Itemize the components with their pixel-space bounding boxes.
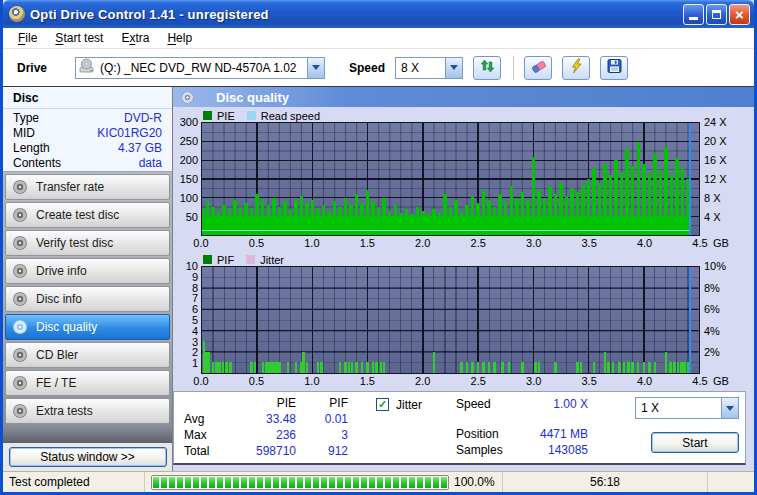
disc-info-label: Contents bbox=[13, 156, 61, 171]
sidebar-item-label: Disc quality bbox=[36, 320, 97, 334]
speed-select-arrow-icon[interactable] bbox=[445, 58, 462, 78]
speed-select[interactable]: 8 X bbox=[395, 57, 463, 79]
speed-label: Speed bbox=[349, 61, 385, 75]
sidebar-item-drive-info[interactable]: Drive info bbox=[5, 258, 170, 284]
quick-scan-button[interactable] bbox=[562, 56, 590, 80]
progress-segment bbox=[417, 477, 423, 488]
refresh-drives-button[interactable] bbox=[473, 56, 501, 80]
sidebar-item-disc-info[interactable]: Disc info bbox=[5, 286, 170, 312]
disc-info-value: 4.37 GB bbox=[118, 141, 162, 156]
scan-speed-select[interactable]: 1 X bbox=[635, 397, 739, 419]
stat-pie-value: 236 bbox=[224, 428, 296, 444]
legend-label: Read speed bbox=[261, 110, 320, 122]
menu-bar: FileStart testExtraHelp bbox=[3, 28, 754, 49]
scan-info-row: Samples143085 bbox=[456, 442, 588, 458]
save-results-button[interactable] bbox=[600, 56, 628, 80]
progress-segment bbox=[185, 477, 191, 488]
menu-help[interactable]: Help bbox=[158, 29, 201, 47]
drive-select-value: (Q:) _NEC DVD_RW ND-4570A 1.02 bbox=[95, 61, 307, 75]
disc-info-value: data bbox=[139, 156, 162, 171]
window-title: Opti Drive Control 1.41 - unregistered bbox=[30, 7, 681, 22]
progress-segment bbox=[313, 477, 319, 488]
progress-segment bbox=[233, 477, 239, 488]
x-axis-label: 3.5 bbox=[581, 237, 596, 249]
progress-segment bbox=[377, 477, 383, 488]
sidebar-item-verify-test-disc[interactable]: Verify test disc bbox=[5, 230, 170, 256]
disc-panel-header: Disc bbox=[3, 89, 172, 109]
disc-icon bbox=[13, 180, 27, 194]
sidebar-item-label: Extra tests bbox=[36, 404, 93, 418]
jitter-checkbox[interactable]: ✓ bbox=[376, 398, 389, 411]
status-text: Test completed bbox=[3, 472, 145, 492]
start-button[interactable]: Start bbox=[651, 432, 739, 453]
x-axis-label: 4.5 bbox=[692, 375, 707, 387]
menu-extra[interactable]: Extra bbox=[112, 29, 158, 47]
scan-speed-arrow-icon[interactable] bbox=[721, 398, 738, 418]
disc-info-label: Type bbox=[13, 111, 39, 126]
progress-segment bbox=[345, 477, 351, 488]
disc-info-panel: Disc TypeDVD-RMIDKIC01RG20Length4.37 GBC… bbox=[3, 87, 172, 172]
drive-select[interactable]: (Q:) _NEC DVD_RW ND-4570A 1.02 bbox=[75, 57, 325, 79]
disc-info-row: Length4.37 GB bbox=[3, 141, 172, 156]
scan-info-row: Position4471 MB bbox=[456, 426, 588, 442]
y-axis-label: 4% bbox=[704, 325, 720, 337]
progress-segment bbox=[329, 477, 335, 488]
menu-file[interactable]: File bbox=[9, 29, 46, 47]
progress-segment bbox=[249, 477, 255, 488]
close-button[interactable]: × bbox=[729, 4, 750, 25]
x-axis-label: 3.0 bbox=[526, 375, 541, 387]
disc-icon bbox=[13, 236, 27, 250]
sidebar-item-extra-tests[interactable]: Extra tests bbox=[5, 398, 170, 424]
close-icon: × bbox=[735, 7, 744, 22]
pie-read-speed-chart: PIERead speed 30025020015010050 24 X20 X… bbox=[173, 109, 746, 251]
y-axis-label: 50 bbox=[186, 211, 198, 223]
erase-disc-button[interactable] bbox=[524, 56, 552, 80]
progress-segment bbox=[209, 477, 215, 488]
progress-segment bbox=[273, 477, 279, 488]
sidebar-item-transfer-rate[interactable]: Transfer rate bbox=[5, 174, 170, 200]
disc-icon bbox=[13, 348, 27, 362]
pif-y-axis-left: 10987654321 bbox=[173, 266, 201, 374]
x-axis-label: 2.5 bbox=[471, 375, 486, 387]
sidebar-item-create-test-disc[interactable]: Create test disc bbox=[5, 202, 170, 228]
x-axis-label: 0.5 bbox=[249, 237, 264, 249]
content-area: Disc TypeDVD-RMIDKIC01RG20Length4.37 GBC… bbox=[3, 87, 754, 471]
x-axis-label: 2.5 bbox=[471, 237, 486, 249]
sidebar-nav: Transfer rateCreate test discVerify test… bbox=[3, 172, 172, 426]
progress-segment bbox=[321, 477, 327, 488]
progress-segment bbox=[201, 477, 207, 488]
sidebar-gradient bbox=[3, 426, 172, 443]
progress-segment bbox=[257, 477, 263, 488]
sidebar: Disc TypeDVD-RMIDKIC01RG20Length4.37 GBC… bbox=[3, 87, 173, 471]
pie-chart-plot bbox=[201, 122, 700, 236]
app-disc-icon bbox=[9, 6, 25, 22]
progress-segment bbox=[353, 477, 359, 488]
lightning-icon bbox=[568, 58, 585, 77]
jitter-legend-swatch bbox=[246, 255, 255, 264]
progress-section: 100.0% bbox=[145, 472, 503, 492]
sidebar-item-label: Verify test disc bbox=[36, 236, 113, 250]
toolbar-separator bbox=[513, 56, 514, 80]
x-axis-label: 4.0 bbox=[637, 237, 652, 249]
pif-x-axis: 0.00.51.01.52.02.53.03.54.04.5 GB bbox=[173, 374, 746, 389]
progress-segment bbox=[289, 477, 295, 488]
status-window-button[interactable]: Status window >> bbox=[9, 447, 167, 467]
pie-pif-table: PIEPIFAvg33.480.01Max2363Total598710912 bbox=[184, 396, 348, 463]
disc-info-row: TypeDVD-R bbox=[3, 111, 172, 126]
maximize-button[interactable] bbox=[706, 4, 727, 25]
sidebar-item-disc-quality[interactable]: Disc quality bbox=[5, 314, 170, 340]
drive-select-arrow-icon[interactable] bbox=[307, 58, 324, 78]
progress-segment bbox=[241, 477, 247, 488]
page-title: Disc quality bbox=[216, 90, 289, 105]
progress-segment bbox=[337, 477, 343, 488]
y-axis-label: 16 X bbox=[704, 154, 727, 166]
minimize-button[interactable] bbox=[683, 4, 704, 25]
sidebar-item-cd-bler[interactable]: CD Bler bbox=[5, 342, 170, 368]
progress-segment bbox=[409, 477, 415, 488]
stat-row-label: Total bbox=[184, 444, 224, 460]
menu-start-test[interactable]: Start test bbox=[46, 29, 112, 47]
progress-segment bbox=[169, 477, 175, 488]
disc-icon bbox=[13, 320, 27, 334]
sidebar-item-fe-te[interactable]: FE / TE bbox=[5, 370, 170, 396]
y-axis-label: 1 bbox=[192, 357, 198, 369]
